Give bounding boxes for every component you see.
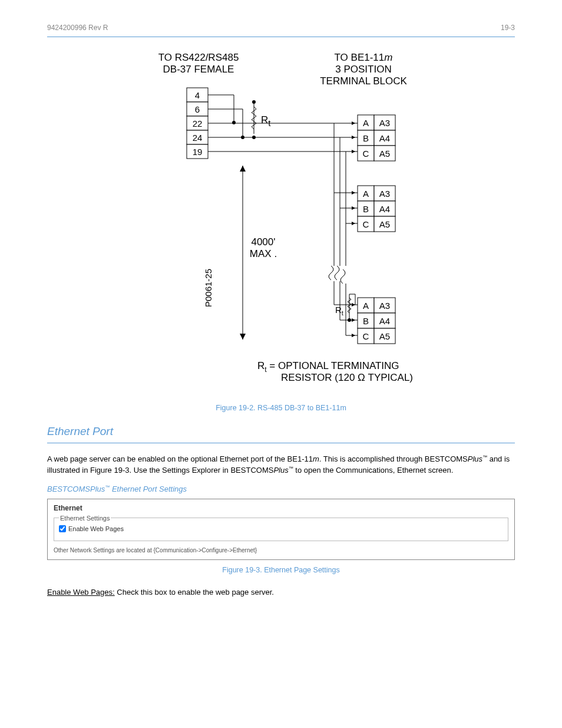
section-ethernet-port: Ethernet Port bbox=[47, 425, 515, 438]
panel-title: Ethernet bbox=[54, 504, 508, 512]
other-settings-note: Other Network Settings are located at {C… bbox=[54, 547, 508, 554]
svg-text:A: A bbox=[363, 301, 369, 311]
enable-web-pages-desc: Enable Web Pages: Check this box to enab… bbox=[47, 587, 515, 598]
right-title-1: TO BE1-11 bbox=[335, 52, 385, 63]
svg-text:6: 6 bbox=[195, 104, 200, 114]
svg-text:A4: A4 bbox=[379, 316, 390, 326]
enable-web-pages-row[interactable]: Enable Web Pages bbox=[59, 525, 503, 532]
db37-pins: 4 6 22 24 19 bbox=[187, 88, 208, 159]
svg-text:TO BE1-11m: TO BE1-11m bbox=[335, 52, 393, 63]
svg-text:C: C bbox=[363, 219, 369, 229]
figure-19-3-caption: Figure 19-3. Ethernet Page Settings bbox=[47, 566, 515, 574]
svg-text:A: A bbox=[363, 118, 369, 128]
right-title-2: 3 POSITION bbox=[335, 64, 391, 75]
terminal-block-1: A A3 B A4 C A5 bbox=[358, 115, 395, 161]
subhead-bestcoms: BESTCOMSPlus™ Ethernet Port Settings bbox=[47, 485, 515, 493]
header-right: 19-3 bbox=[501, 24, 515, 32]
ethernet-settings-group: Ethernet Settings Enable Web Pages bbox=[54, 515, 508, 541]
svg-text:A4: A4 bbox=[379, 204, 390, 214]
svg-text:Rt: Rt bbox=[261, 114, 271, 128]
svg-point-35 bbox=[252, 136, 256, 139]
svg-text:A4: A4 bbox=[379, 133, 390, 143]
svg-text:B: B bbox=[363, 316, 369, 326]
enable-web-pages-checkbox[interactable] bbox=[59, 525, 66, 532]
svg-text:A5: A5 bbox=[379, 331, 390, 341]
svg-text:B: B bbox=[363, 133, 369, 143]
svg-text:MAX .: MAX . bbox=[250, 248, 277, 259]
svg-text:C: C bbox=[363, 331, 369, 341]
svg-point-27 bbox=[232, 121, 236, 124]
group-legend: Ethernet Settings bbox=[59, 515, 111, 522]
svg-text:A: A bbox=[363, 189, 369, 199]
svg-text:4000': 4000' bbox=[251, 236, 275, 248]
right-title-3: TERMINAL BLOCK bbox=[320, 75, 407, 87]
left-title-2: DB-37 FEMALE bbox=[163, 64, 234, 75]
enable-web-pages-label: Enable Web Pages bbox=[68, 525, 124, 532]
svg-text:A3: A3 bbox=[379, 118, 390, 128]
svg-text:P0061-25: P0061-25 bbox=[203, 269, 213, 307]
svg-text:A5: A5 bbox=[379, 219, 390, 229]
svg-text:A3: A3 bbox=[379, 301, 390, 311]
svg-text:A5: A5 bbox=[379, 149, 390, 159]
svg-text:RESISTOR (120 Ω TYPICAL): RESISTOR (120 Ω TYPICAL) bbox=[281, 372, 413, 383]
svg-text:A3: A3 bbox=[379, 189, 390, 199]
svg-text:C: C bbox=[363, 149, 369, 159]
terminal-block-2: A A3 B A4 C A5 bbox=[358, 186, 395, 232]
ethernet-paragraph: A web page server can be enabled on the … bbox=[47, 454, 515, 476]
right-title-m: m bbox=[384, 52, 392, 63]
svg-text:4: 4 bbox=[195, 90, 200, 100]
header-left: 9424200996 Rev R bbox=[47, 24, 108, 32]
svg-text:24: 24 bbox=[193, 133, 203, 143]
svg-text:Rt: Rt bbox=[335, 305, 343, 317]
section-rule bbox=[47, 443, 515, 443]
svg-text:19: 19 bbox=[193, 147, 203, 157]
svg-point-79 bbox=[348, 318, 351, 322]
terminal-block-3: A A3 B A4 C A5 bbox=[358, 298, 395, 344]
wiring-diagram: TO RS422/RS485 DB-37 FEMALE TO BE1-11m 3… bbox=[47, 48, 515, 398]
svg-text:22: 22 bbox=[193, 118, 203, 129]
figure-19-2-caption: Figure 19-2. RS-485 DB-37 to BE1-11m bbox=[47, 404, 515, 412]
ethernet-settings-screenshot: Ethernet Ethernet Settings Enable Web Pa… bbox=[47, 499, 515, 560]
page-header: 9424200996 Rev R 19-3 bbox=[47, 24, 515, 32]
left-title-1: TO RS422/RS485 bbox=[158, 52, 239, 63]
header-rule bbox=[47, 37, 515, 37]
svg-text:B: B bbox=[363, 204, 369, 214]
